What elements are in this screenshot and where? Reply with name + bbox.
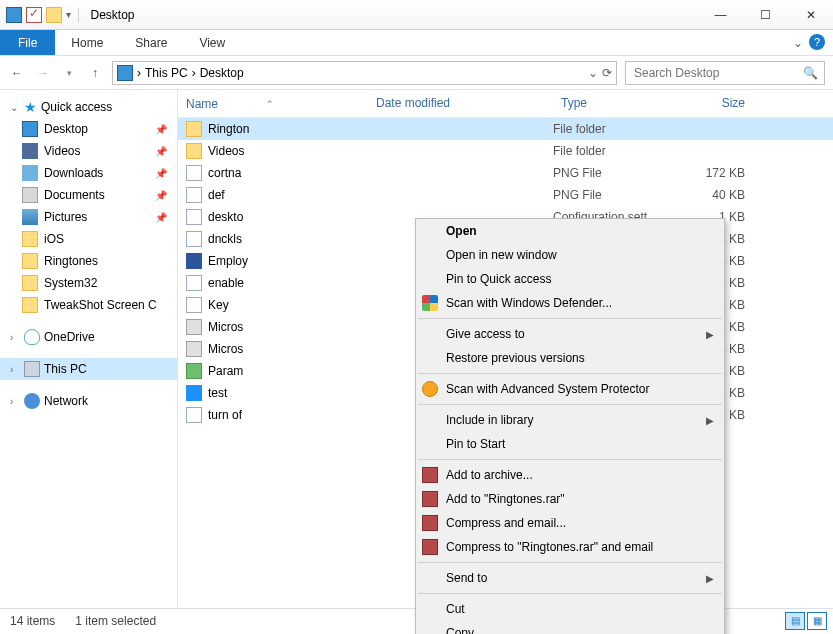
back-button[interactable]: ← xyxy=(8,64,26,82)
context-menu-item[interactable]: Add to archive... xyxy=(416,463,724,487)
sidebar-item[interactable]: iOS xyxy=(0,228,177,250)
help-icon[interactable]: ? xyxy=(809,34,825,50)
close-button[interactable]: ✕ xyxy=(788,0,833,30)
context-menu-item[interactable]: Send to▶ xyxy=(416,566,724,590)
pin-icon: 📌 xyxy=(155,146,167,157)
file-icon xyxy=(186,253,202,269)
menu-item-label: Include in library xyxy=(446,413,533,427)
sidebar-item[interactable]: Downloads📌 xyxy=(0,162,177,184)
sidebar-item[interactable]: Documents📌 xyxy=(0,184,177,206)
file-icon xyxy=(186,319,202,335)
thispc-label: This PC xyxy=(44,362,87,376)
context-menu-item[interactable]: Scan with Windows Defender... xyxy=(416,291,724,315)
folder-qat-icon[interactable] xyxy=(46,7,62,23)
chevron-down-icon[interactable]: ⌄ xyxy=(10,102,20,113)
thumbnails-view-button[interactable]: ▦ xyxy=(807,612,827,630)
app-icon xyxy=(6,7,22,23)
context-menu-item[interactable]: Compress to "Ringtones.rar" and email xyxy=(416,535,724,559)
sidebar-item[interactable]: Ringtones xyxy=(0,250,177,272)
breadcrumb-pc[interactable]: This PC xyxy=(145,66,188,80)
context-menu-item[interactable]: Give access to▶ xyxy=(416,322,724,346)
context-menu-item[interactable]: Pin to Start xyxy=(416,432,724,456)
folder-icon xyxy=(22,297,38,313)
context-menu-item[interactable]: Cut xyxy=(416,597,724,621)
search-icon[interactable]: 🔍 xyxy=(803,66,818,80)
search-box[interactable]: 🔍 xyxy=(625,61,825,85)
tree-thispc[interactable]: › This PC xyxy=(0,358,177,380)
qat-dropdown-icon[interactable]: ▾ xyxy=(66,9,71,20)
cloud-icon xyxy=(24,329,40,345)
tree-network[interactable]: › Network xyxy=(0,390,177,412)
rar-icon xyxy=(422,491,438,507)
rar-icon xyxy=(422,515,438,531)
context-menu-item[interactable]: Compress and email... xyxy=(416,511,724,535)
header-type[interactable]: Type xyxy=(553,90,673,117)
menu-separator xyxy=(418,593,722,594)
breadcrumb-sep[interactable]: › xyxy=(137,66,141,80)
context-menu-item[interactable]: Open xyxy=(416,219,724,243)
home-tab[interactable]: Home xyxy=(55,30,119,55)
up-button[interactable]: ↑ xyxy=(86,64,104,82)
file-row[interactable]: Videos File folder xyxy=(178,140,833,162)
status-selection: 1 item selected xyxy=(75,614,156,628)
context-menu-item[interactable]: Include in library▶ xyxy=(416,408,724,432)
view-tab[interactable]: View xyxy=(183,30,241,55)
breadcrumb-loc[interactable]: Desktop xyxy=(200,66,244,80)
file-row[interactable]: Rington File folder xyxy=(178,118,833,140)
file-row[interactable]: cortna PNG File 172 KB xyxy=(178,162,833,184)
minimize-button[interactable]: ― xyxy=(698,0,743,30)
context-menu-item[interactable]: Add to "Ringtones.rar" xyxy=(416,487,724,511)
sidebar-item-label: Ringtones xyxy=(44,254,98,268)
sidebar-item[interactable]: Pictures📌 xyxy=(0,206,177,228)
file-icon xyxy=(186,385,202,401)
file-menu[interactable]: File xyxy=(0,30,55,55)
share-tab[interactable]: Share xyxy=(119,30,183,55)
onedrive-label: OneDrive xyxy=(44,330,95,344)
breadcrumb-sep[interactable]: › xyxy=(192,66,196,80)
sidebar-item[interactable]: Videos📌 xyxy=(0,140,177,162)
context-menu-item[interactable]: Scan with Advanced System Protector xyxy=(416,377,724,401)
details-view-button[interactable]: ▤ xyxy=(785,612,805,630)
ribbon-expand-icon[interactable]: ⌄ xyxy=(793,36,803,50)
file-icon xyxy=(186,165,202,181)
recent-dropdown[interactable]: ▾ xyxy=(60,64,78,82)
tree-onedrive[interactable]: › OneDrive xyxy=(0,326,177,348)
file-icon xyxy=(186,231,202,247)
address-dropdown-icon[interactable]: ⌄ xyxy=(588,66,598,80)
sidebar-item[interactable]: System32 xyxy=(0,272,177,294)
window-controls: ― ☐ ✕ xyxy=(698,0,833,30)
maximize-button[interactable]: ☐ xyxy=(743,0,788,30)
sidebar-item-label: Pictures xyxy=(44,210,87,224)
sidebar-item-label: Videos xyxy=(44,144,80,158)
header-size[interactable]: Size xyxy=(673,90,753,117)
chevron-icon[interactable]: › xyxy=(10,364,20,375)
header-date[interactable]: Date modified xyxy=(368,90,553,117)
context-menu-item[interactable]: Open in new window xyxy=(416,243,724,267)
file-row[interactable]: def PNG File 40 KB xyxy=(178,184,833,206)
forward-button[interactable]: → xyxy=(34,64,52,82)
pin-icon: 📌 xyxy=(155,168,167,179)
sidebar-item[interactable]: TweakShot Screen C xyxy=(0,294,177,316)
address-box[interactable]: › This PC › Desktop ⌄ ⟳ xyxy=(112,61,617,85)
context-menu-item[interactable]: Pin to Quick access xyxy=(416,267,724,291)
menu-item-label: Pin to Quick access xyxy=(446,272,551,286)
file-size: 40 KB xyxy=(673,188,753,202)
submenu-arrow-icon: ▶ xyxy=(706,573,714,584)
properties-qat-icon[interactable]: ✓ xyxy=(26,7,42,23)
shield-icon xyxy=(422,295,438,311)
header-name[interactable]: Name⌃ xyxy=(178,90,368,117)
star-icon: ★ xyxy=(24,99,37,115)
search-input[interactable] xyxy=(632,65,782,81)
address-bar: ← → ▾ ↑ › This PC › Desktop ⌄ ⟳ 🔍 xyxy=(0,56,833,90)
chevron-icon[interactable]: › xyxy=(10,332,20,343)
chevron-icon[interactable]: › xyxy=(10,396,20,407)
sidebar-item-label: Desktop xyxy=(44,122,88,136)
quick-access-root[interactable]: ⌄ ★ Quick access xyxy=(0,96,177,118)
folder-icon xyxy=(22,231,38,247)
sidebar-item[interactable]: Desktop📌 xyxy=(0,118,177,140)
sidebar-item-label: iOS xyxy=(44,232,64,246)
context-menu-item[interactable]: Copy xyxy=(416,621,724,634)
refresh-icon[interactable]: ⟳ xyxy=(602,66,612,80)
menu-item-label: Add to archive... xyxy=(446,468,533,482)
context-menu-item[interactable]: Restore previous versions xyxy=(416,346,724,370)
